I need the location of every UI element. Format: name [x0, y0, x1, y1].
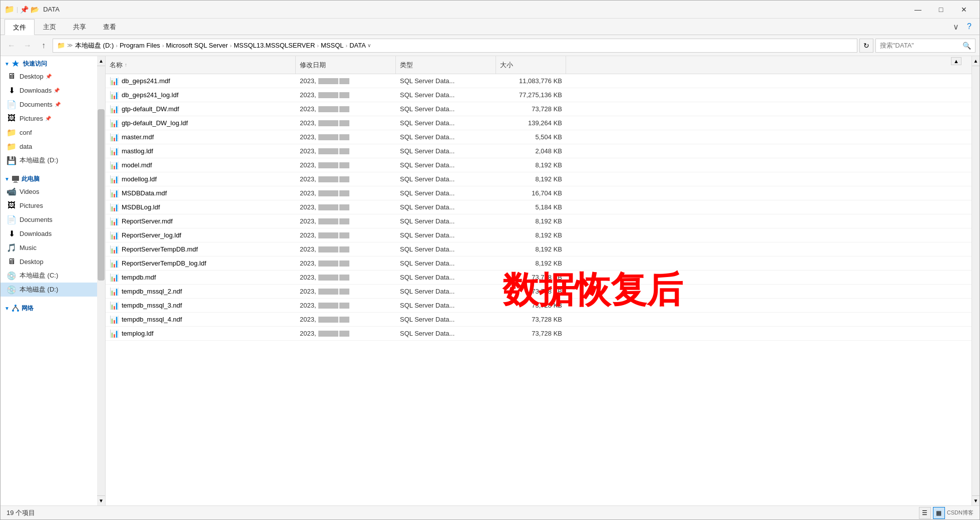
- table-row[interactable]: 📊 MSDBLog.ldf 2023, SQL Server Data... 5…: [106, 200, 971, 214]
- sidebar-item-drive-d-quick[interactable]: 💾 本地磁盘 (D:): [1, 153, 97, 167]
- tab-file[interactable]: 文件: [5, 19, 35, 35]
- table-row[interactable]: 📊 ReportServer_log.ldf 2023, SQL Server …: [106, 228, 971, 242]
- search-box[interactable]: 🔍: [875, 39, 975, 53]
- maximize-button[interactable]: □: [929, 1, 952, 19]
- file-name-cell: 📊 tempdb_mssql_2.ndf: [106, 285, 296, 298]
- table-row[interactable]: 📊 modellog.ldf 2023, SQL Server Data... …: [106, 172, 971, 186]
- sidebar-wrapper: ▼ 快速访问 🖥 Desktop 📌 ⬇ Downloads 📌: [1, 56, 106, 505]
- file-date-cell: 2023,: [296, 327, 396, 340]
- sidebar-item-desktop-quick[interactable]: 🖥 Desktop 📌: [1, 69, 97, 83]
- redacted-date: [318, 303, 338, 309]
- tab-home[interactable]: 主页: [35, 19, 65, 35]
- table-row[interactable]: 📊 ReportServer.mdf 2023, SQL Server Data…: [106, 214, 971, 228]
- search-icon-button[interactable]: 🔍: [962, 42, 971, 50]
- sidebar-item-data[interactable]: 📁 data: [1, 139, 97, 153]
- redacted-date: [318, 275, 338, 281]
- quick-access-header[interactable]: ▼ 快速访问: [1, 56, 97, 69]
- table-row[interactable]: 📊 tempdb_mssql_4.ndf 2023, SQL Server Da…: [106, 313, 971, 327]
- sidebar-item-documents-pc[interactable]: 📄 Documents: [1, 212, 97, 226]
- table-row[interactable]: 📊 templog.ldf 2023, SQL Server Data... 7…: [106, 327, 971, 341]
- sidebar-item-desktop-pc[interactable]: 🖥 Desktop: [1, 254, 97, 269]
- sidebar-item-documents-quick[interactable]: 📄 Documents 📌: [1, 97, 97, 111]
- file-type-cell: SQL Server Data...: [396, 256, 496, 270]
- file-icon: 📊: [110, 203, 119, 212]
- sidebar-item-downloads-pc[interactable]: ⬇ Downloads: [1, 226, 97, 240]
- table-row[interactable]: 📊 ReportServerTempDB.mdf 2023, SQL Serve…: [106, 242, 971, 256]
- redacted-date: [318, 148, 338, 154]
- title-bar-icons: 📁 | 📌 📂: [5, 5, 39, 14]
- sidebar-item-pictures-pc[interactable]: 🖼 Pictures: [1, 198, 97, 212]
- this-pc-header[interactable]: ▼ 此电脑: [1, 171, 97, 184]
- sidebar-item-downloads-quick[interactable]: ⬇ Downloads 📌: [1, 83, 97, 97]
- file-icon: 📊: [110, 133, 119, 142]
- sidebar-item-pictures-quick[interactable]: 🖼 Pictures 📌: [1, 111, 97, 125]
- col-header-name[interactable]: 名称 ↑: [106, 56, 296, 74]
- file-type-cell: SQL Server Data...: [396, 88, 496, 102]
- documents-pc-icon: 📄: [7, 214, 17, 224]
- item-count: 19 个项目: [7, 508, 35, 517]
- file-list-scrollbar[interactable]: ▲ ▼: [971, 56, 979, 505]
- file-scroll-up[interactable]: ▲: [972, 56, 979, 66]
- table-row[interactable]: 📊 db_geps241.mdf 2023, SQL Server Data..…: [106, 74, 971, 88]
- file-type-cell: SQL Server Data...: [396, 74, 496, 88]
- file-icon: 📊: [110, 301, 119, 310]
- table-row[interactable]: 📊 tempdb.mdf 2023, SQL Server Data... 73…: [106, 271, 971, 285]
- table-row[interactable]: 📊 db_geps241_log.ldf 2023, SQL Server Da…: [106, 88, 971, 102]
- tab-share[interactable]: 共享: [65, 19, 95, 35]
- redacted-time: [339, 218, 349, 224]
- sidebar-scroll-thumb[interactable]: [98, 109, 105, 281]
- close-button[interactable]: ✕: [952, 1, 975, 19]
- view-list-button[interactable]: ☰: [919, 507, 931, 519]
- file-icon: 📊: [110, 91, 119, 100]
- redacted-time: [339, 176, 349, 182]
- tab-view[interactable]: 查看: [95, 19, 125, 35]
- up-button[interactable]: ↑: [37, 39, 51, 53]
- table-row[interactable]: 📊 gtp-default_DW_log.ldf 2023, SQL Serve…: [106, 116, 971, 130]
- table-row[interactable]: 📊 tempdb_mssql_2.ndf 2023, SQL Server Da…: [106, 285, 971, 299]
- address-box[interactable]: 📁 ≫ 本地磁盘 (D:) › Program Files › Microsof…: [53, 39, 857, 53]
- help-button[interactable]: ?: [963, 22, 975, 31]
- table-row[interactable]: 📊 model.mdf 2023, SQL Server Data... 8,1…: [106, 158, 971, 172]
- network-header[interactable]: ▼ 网络: [1, 301, 97, 314]
- sidebar-item-videos[interactable]: 📹 Videos: [1, 184, 97, 198]
- quick-access-label: 快速访问: [12, 60, 47, 68]
- file-name-cell: 📊 tempdb.mdf: [106, 271, 296, 284]
- minimize-button[interactable]: —: [906, 1, 929, 19]
- table-row[interactable]: 📊 master.mdf 2023, SQL Server Data... 5,…: [106, 130, 971, 144]
- scroll-up-btn[interactable]: ▲: [951, 57, 961, 65]
- sidebar-item-drive-c[interactable]: 💿 本地磁盘 (C:): [1, 269, 97, 283]
- sidebar-item-drive-d[interactable]: 💿 本地磁盘 (D:): [1, 283, 97, 297]
- refresh-button[interactable]: ↻: [859, 39, 873, 53]
- col-header-size[interactable]: 大小: [496, 56, 566, 74]
- bc-folder-icon: 📁: [57, 42, 65, 49]
- sidebar-item-music[interactable]: 🎵 Music: [1, 240, 97, 254]
- ribbon-expand-button[interactable]: ∨: [949, 22, 963, 32]
- sidebar-scroll-up[interactable]: ▲: [97, 56, 105, 66]
- search-input[interactable]: [880, 42, 962, 49]
- col-header-type[interactable]: 类型: [396, 56, 496, 74]
- view-detail-button[interactable]: ▦: [933, 507, 945, 519]
- desktop-icon: 🖥: [7, 71, 17, 81]
- file-name-cell: 📊 ReportServer.mdf: [106, 214, 296, 228]
- table-row[interactable]: 📊 tempdb_mssql_3.ndf 2023, SQL Server Da…: [106, 299, 971, 313]
- table-row[interactable]: 📊 ReportServerTempDB_log.ldf 2023, SQL S…: [106, 256, 971, 271]
- col-header-date[interactable]: 修改日期: [296, 56, 396, 74]
- address-dropdown-arrow[interactable]: ∨: [366, 39, 373, 53]
- pin-icon2: 📌: [54, 88, 60, 93]
- sidebar: ▼ 快速访问 🖥 Desktop 📌 ⬇ Downloads 📌: [1, 56, 97, 505]
- forward-button[interactable]: →: [21, 39, 35, 53]
- sidebar-scroll-down[interactable]: ▼: [97, 495, 105, 505]
- file-size-cell: 8,192 KB: [496, 256, 566, 270]
- table-row[interactable]: 📊 MSDBData.mdf 2023, SQL Server Data... …: [106, 186, 971, 200]
- sidebar-scrollbar[interactable]: ▲ ▼: [97, 56, 105, 505]
- file-name-cell: 📊 tempdb_mssql_4.ndf: [106, 313, 296, 326]
- sidebar-item-conf[interactable]: 📁 conf: [1, 125, 97, 139]
- file-icon: 📊: [110, 231, 119, 240]
- table-row[interactable]: 📊 mastlog.ldf 2023, SQL Server Data... 2…: [106, 144, 971, 158]
- file-name-cell: 📊 db_geps241_log.ldf: [106, 88, 296, 102]
- downloads-pc-icon: ⬇: [7, 228, 17, 238]
- file-type-cell: SQL Server Data...: [396, 327, 496, 340]
- file-scroll-down[interactable]: ▼: [972, 495, 979, 505]
- back-button[interactable]: ←: [5, 39, 19, 53]
- table-row[interactable]: 📊 gtp-default_DW.mdf 2023, SQL Server Da…: [106, 102, 971, 116]
